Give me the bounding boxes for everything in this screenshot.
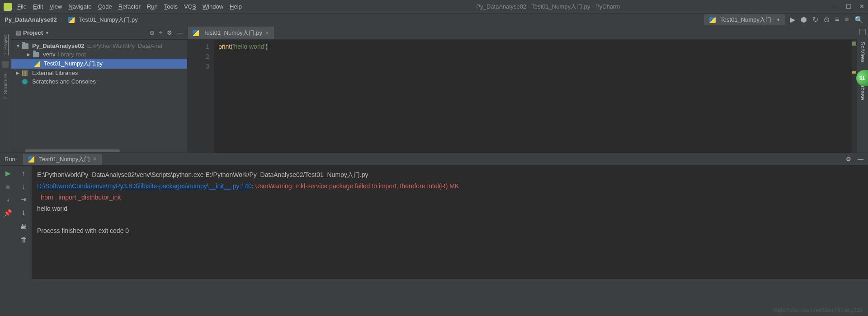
tree-root-path: E:\PythonWork\Py_DataAnal [87,42,162,49]
collapse-icon[interactable]: ÷ [159,29,162,36]
breadcrumb-sep: 〉 [60,16,66,24]
stop-run-button[interactable]: ■ [6,183,10,191]
minimize-icon[interactable]: — [832,3,838,10]
menu-edit[interactable]: Edit [33,3,43,10]
menu-code[interactable]: Code [98,3,112,10]
python-icon [709,17,716,23]
main-area: 1: Project 7: Structure ▤ Project ▼ ⊕ ÷ … [0,26,868,153]
up-stack-button[interactable]: ↑ [22,169,26,177]
run-settings-icon[interactable]: ⚙ [846,156,851,163]
run-button[interactable]: ▶ [790,15,795,24]
watermark: https://blog.csdn.net/tiaochewang219 [773,307,863,313]
project-tool-tab[interactable]: 1: Project [3,34,8,55]
profile-button[interactable]: ⊙ [824,15,830,24]
folder-icon [33,52,39,57]
editor-marker-stripe[interactable] [851,40,857,153]
concurrency-button[interactable]: ≡ [835,15,839,24]
clear-button[interactable]: 🗑 [20,236,27,243]
code-line-1[interactable]: print('hello world') [218,42,851,51]
menu-help[interactable]: Help [230,3,242,10]
run-tab[interactable]: Test01_Numpy入门 ✕ [23,154,102,165]
bookmark-icon[interactable] [2,61,9,68]
menu-window[interactable]: Window [203,3,223,10]
chevron-right-icon[interactable]: ▶ [27,52,31,57]
run-tab-name: Test01_Numpy入门 [39,155,90,163]
toolbar-icons: ▶ ⬢ ↻ ⊙ ≡ ■ 🔍 [790,15,863,24]
title-bar: File Edit View Navigate Code Refactor Ru… [0,0,868,14]
scroll-to-end-button[interactable]: ⤓ [21,209,27,217]
coverage-button[interactable]: ↻ [812,15,818,24]
menu-refactor[interactable]: Refactor [118,3,141,10]
line-gutter: 1 2 3 [188,40,214,153]
menu-tools[interactable]: Tools [164,3,178,10]
tree-file-selected[interactable]: Test01_Numpy入门.py [11,59,187,69]
chevron-down-icon[interactable]: ▼ [16,43,20,48]
dropdown-icon: ▼ [776,18,780,22]
down-stack-button[interactable]: ↓ [22,182,26,190]
menu-navigate[interactable]: Navigate [68,3,91,10]
soft-wrap-button[interactable]: ⇥ [21,195,27,204]
maximize-icon[interactable]: ☐ [846,3,851,10]
breadcrumb-file[interactable]: Test01_Numpy入门.py [79,16,138,24]
close-icon[interactable]: ✕ [859,3,864,10]
tree-venv-label: venv [43,51,55,58]
layout-button[interactable]: ⫞ [6,196,10,204]
menu-file[interactable]: File [17,3,27,10]
menu-run[interactable]: Run [147,3,158,10]
run-label: Run: [5,156,17,163]
run-configuration-selector[interactable]: Test01_Numpy入门 ▼ [704,14,785,25]
run-gutter: ▶ ■ ⫞ 📌 ↑ ↓ ⇥ ⤓ 🖶 🗑 [0,166,32,279]
debug-button[interactable]: ⬢ [801,15,807,24]
code-body[interactable]: print('hello world') [214,40,851,153]
sciview-tool-tab[interactable]: SciView [859,42,866,62]
tree-scratches[interactable]: Scratches and Consoles [11,77,187,86]
tree-root-label: Py_DataAnalyse02 [32,42,85,49]
line-number: 3 [188,61,209,71]
navigation-bar: Py_DataAnalyse02 〉 Test01_Numpy入门.py Tes… [0,14,868,26]
console-output[interactable]: E:\PythonWork\Py_DataAnalyse02\venv\Scri… [32,166,868,279]
nav-right: Test01_Numpy入门 ▼ ▶ ⬢ ↻ ⊙ ≡ ■ 🔍 [704,14,863,25]
menu-vcs[interactable]: VCS [184,3,196,10]
tree-venv[interactable]: ▶ venv library root [11,50,187,59]
tab-close-icon[interactable]: ✕ [265,30,269,36]
marker-warning [852,71,856,74]
console-stdout: hello world [37,205,67,212]
toggle-icon[interactable] [859,29,866,35]
tree-external-libraries[interactable]: ▶ External Libraries [11,69,187,77]
scratches-icon [22,79,28,84]
project-panel-header: ▤ Project ▼ ⊕ ÷ ⚙ — [11,26,187,40]
structure-tool-tab[interactable]: 7: Structure [3,74,8,100]
editor-tab-active[interactable]: Test01_Numpy入门.py ✕ [188,27,274,39]
breadcrumb-root[interactable]: Py_DataAnalyse02 [5,16,57,23]
menu-view[interactable]: View [49,3,62,10]
python-file-icon [34,60,40,67]
tree-scratches-label: Scratches and Consoles [32,78,96,85]
project-scrollbar[interactable] [11,149,187,153]
editor-tab-bar: Test01_Numpy入门.py ✕ [188,26,857,40]
print-button[interactable]: 🖶 [20,223,27,230]
project-view-dropdown[interactable]: ▼ [45,31,49,35]
console-link[interactable]: D:\Software\Conda\envs\myPy3.8.3\lib\sit… [37,182,252,190]
tree-root[interactable]: ▼ Py_DataAnalyse02 E:\PythonWork\Py_Data… [11,42,187,50]
pin-button[interactable]: 📌 [4,209,12,217]
tree-venv-note: library root [58,51,85,58]
rerun-button[interactable]: ▶ [5,169,11,177]
hide-icon[interactable]: — [177,29,183,36]
run-body: ▶ ■ ⫞ 📌 ↑ ↓ ⇥ ⤓ 🖶 🗑 E:\PythonWork\Py_Dat… [0,166,868,279]
project-panel: ▤ Project ▼ ⊕ ÷ ⚙ — ▼ Py_DataAnalyse02 E… [11,26,188,153]
library-icon [22,70,28,76]
locate-icon[interactable]: ⊕ [150,29,155,36]
run-hide-icon[interactable]: — [858,156,863,163]
editor-tab-name: Test01_Numpy入门.py [203,29,262,37]
marker-ok [852,42,856,46]
settings-icon[interactable]: ⚙ [167,29,172,36]
line-number: 2 [188,51,209,61]
run-tab-close-icon[interactable]: ✕ [93,156,97,162]
chevron-right-icon[interactable]: ▶ [16,70,20,75]
code-editor[interactable]: 1 2 3 print('hello world') [188,40,857,153]
window-title: Py_DataAnalyse02 - Test01_Numpy入门.py - P… [264,3,832,11]
main-menu: File Edit View Navigate Code Refactor Ru… [17,3,242,10]
pycharm-icon [4,3,12,11]
stop-button[interactable]: ■ [844,15,849,24]
search-everywhere-icon[interactable]: 🔍 [854,15,863,24]
